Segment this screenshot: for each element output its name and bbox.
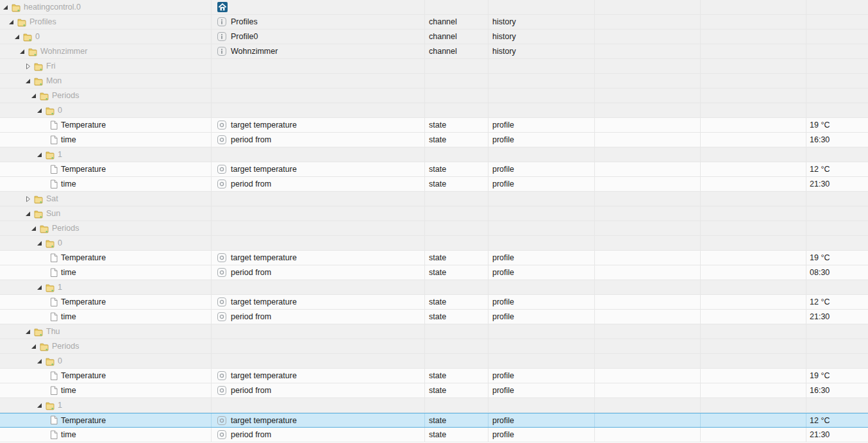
collapse-toggle-icon[interactable] [37,285,42,290]
function-cell [701,369,806,383]
object-row[interactable]: Temperaturetarget temperaturestateprofil… [0,118,868,133]
object-row[interactable]: Mon [0,74,868,88]
room-cell [595,0,701,14]
collapse-toggle-icon[interactable] [19,49,25,54]
object-name-label: target temperature [231,165,297,174]
file-icon [50,386,58,396]
collapse-toggle-icon[interactable] [14,34,20,40]
type-cell: state [425,118,488,132]
collapse-toggle-icon[interactable] [8,19,14,25]
object-row[interactable]: 1 [0,398,868,413]
object-name-label: period from [231,430,271,439]
state-icon [217,135,226,144]
expand-toggle-icon[interactable] [25,196,31,203]
object-row[interactable]: Sun [0,206,868,221]
object-row[interactable]: heatingcontrol.0 [0,0,868,15]
role-cell: profile [488,162,595,176]
function-cell [701,324,806,339]
object-row[interactable]: Periods [0,339,868,354]
file-icon [50,180,58,189]
object-row[interactable]: Temperaturetarget temperaturestateprofil… [0,295,868,310]
object-row[interactable]: Periods [0,88,868,103]
object-row[interactable]: Thu [0,324,868,339]
object-row[interactable]: 1 [0,147,868,162]
object-row[interactable]: timeperiod fromstateprofile16:30 [0,133,868,147]
collapse-toggle-icon[interactable] [37,108,42,113]
object-id-label: time [61,180,76,188]
object-row[interactable]: timeperiod fromstateprofile21:30 [0,177,868,192]
function-cell [701,59,806,73]
collapse-toggle-icon[interactable] [37,403,42,408]
type-cell [425,59,488,73]
object-id-label: 1 [58,150,62,159]
object-row[interactable]: ProfilesProfileschannelhistory [0,15,868,29]
object-row[interactable]: Temperaturetarget temperaturestateprofil… [0,251,868,265]
role-cell [488,74,595,88]
role-cell [488,88,595,103]
collapse-toggle-icon[interactable] [31,226,37,231]
object-row[interactable]: timeperiod fromstateprofile21:30 [0,428,868,442]
folder-icon [33,62,43,71]
type-cell [425,280,488,294]
object-row[interactable]: timeperiod fromstateprofile08:30 [0,265,868,280]
tree-cell: time [0,383,212,397]
type-cell: state [425,310,488,324]
function-cell [701,206,806,221]
object-value-label: 12 °C [810,297,830,306]
role-cell [488,221,595,235]
object-row[interactable]: 0 [0,103,868,118]
name-cell [212,192,425,206]
object-row[interactable]: 0Profile0channelhistory [0,29,868,44]
collapse-toggle-icon[interactable] [31,93,37,99]
type-cell: state [425,251,488,265]
tree-cell: time [0,310,212,324]
value-cell: 19 °C [806,251,868,265]
room-cell [595,265,701,280]
object-id-label: 0 [58,238,62,247]
type-cell [425,147,488,162]
state-icon [217,430,226,439]
object-row[interactable]: Temperaturetarget temperaturestateprofil… [0,413,868,428]
collapse-toggle-icon[interactable] [25,211,31,217]
collapse-toggle-icon[interactable] [37,358,42,364]
name-cell: target temperature [212,369,425,383]
folder-icon [45,283,54,292]
object-row[interactable]: Periods [0,221,868,236]
file-icon [50,312,58,322]
room-cell [595,133,701,147]
function-cell [701,0,806,14]
object-row[interactable]: Sat [0,192,868,206]
object-row[interactable]: timeperiod fromstateprofile16:30 [0,383,868,398]
collapse-toggle-icon[interactable] [37,240,42,246]
object-type-label: state [429,180,446,188]
tree-cell: 0 [0,236,212,250]
function-cell [701,103,806,117]
value-cell [806,236,868,250]
object-id-label: Temperature [61,165,106,174]
object-row[interactable]: 1 [0,280,868,295]
object-role-label: profile [492,253,514,262]
folder-icon [17,17,26,27]
object-row[interactable]: Temperaturetarget temperaturestateprofil… [0,369,868,383]
object-row[interactable]: timeperiod fromstateprofile21:30 [0,310,868,324]
name-cell [212,0,425,14]
object-row[interactable]: Temperaturetarget temperaturestateprofil… [0,162,868,177]
file-icon [50,268,58,278]
tree-cell: heatingcontrol.0 [0,0,212,14]
collapse-toggle-icon[interactable] [25,329,31,335]
type-cell: channel [425,15,488,29]
object-name-label: target temperature [231,297,297,306]
object-row[interactable]: 0 [0,354,868,369]
tree-cell: time [0,265,212,280]
object-row[interactable]: Fri [0,59,868,74]
collapse-toggle-icon[interactable] [37,152,42,158]
object-row[interactable]: 0 [0,236,868,251]
expand-toggle-icon[interactable] [25,63,31,70]
collapse-toggle-icon[interactable] [31,344,37,349]
object-value-label: 16:30 [810,135,830,144]
type-cell [425,339,488,353]
collapse-toggle-icon[interactable] [3,4,8,10]
object-type-label: state [429,416,446,425]
object-row[interactable]: WohnzimmerWohnzimmerchannelhistory [0,44,868,59]
collapse-toggle-icon[interactable] [25,78,31,84]
